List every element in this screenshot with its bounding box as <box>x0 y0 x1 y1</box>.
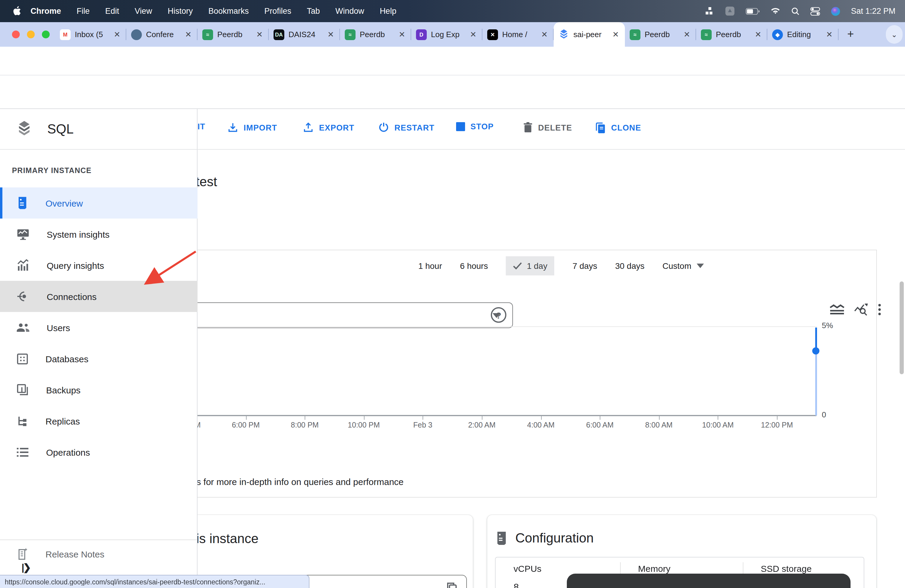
tab-close-icon[interactable]: ✕ <box>255 30 264 39</box>
menubar-item-file[interactable]: File <box>76 6 90 16</box>
range-option[interactable]: 6 hours <box>460 261 488 271</box>
configuration-title: Configuration <box>515 531 594 546</box>
menubar-item-history[interactable]: History <box>168 6 193 16</box>
stat-label: Memory <box>638 563 670 574</box>
control-center-icon[interactable] <box>810 7 820 15</box>
range-option[interactable]: 1 hour <box>418 261 442 271</box>
browser-tab[interactable]: ≈Peerdb✕ <box>696 22 767 47</box>
browser-tab[interactable]: MInbox (5✕ <box>55 22 126 47</box>
x-tick-label: Feb 3 <box>413 421 432 429</box>
tab-close-icon[interactable]: ✕ <box>825 30 834 39</box>
copy-icon[interactable] <box>446 582 458 588</box>
metric-help-icon[interactable]: ? <box>491 307 506 323</box>
sidebar-item-system-insights[interactable]: System insights <box>0 219 197 250</box>
browser-tab[interactable]: DADAIS24✕ <box>269 22 340 47</box>
menubar-item-window[interactable]: Window <box>335 6 364 16</box>
chart-kebab-icon[interactable] <box>878 304 881 316</box>
browser-tab[interactable]: ◆Editing✕ <box>767 22 838 47</box>
tab-label: Inbox (5 <box>75 30 110 39</box>
tab-close-icon[interactable]: ✕ <box>540 30 549 39</box>
sidebar-item-replicas[interactable]: Replicas <box>0 405 197 437</box>
tiles-icon[interactable] <box>705 6 714 16</box>
x-tick-mark <box>364 416 365 420</box>
export-button[interactable]: EXPORT <box>303 122 354 133</box>
menubar-item-help[interactable]: Help <box>380 6 397 16</box>
stop-button[interactable]: STOP <box>456 122 494 131</box>
page-scrollbar[interactable] <box>900 281 904 374</box>
import-button[interactable]: IMPORT <box>227 122 277 133</box>
menubar-item-tab[interactable]: Tab <box>307 6 320 16</box>
sidebar-item-users[interactable]: Users <box>0 312 197 343</box>
tab-close-icon[interactable]: ✕ <box>113 30 122 39</box>
battery-icon[interactable] <box>746 8 759 15</box>
tab-close-icon[interactable]: ✕ <box>754 30 762 39</box>
area-chart-toggle-icon[interactable] <box>830 304 845 315</box>
tab-label: Peerdb <box>360 30 395 39</box>
clone-button[interactable]: CLONE <box>595 122 641 133</box>
tab-close-icon[interactable]: ✕ <box>184 30 193 39</box>
gmail-favicon-icon: M <box>60 29 71 40</box>
range-custom-button[interactable]: Custom <box>663 261 704 271</box>
sidebar-item-label: Operations <box>46 447 90 457</box>
menubar-item-edit[interactable]: Edit <box>105 6 119 16</box>
sidebar-item-overview[interactable]: Overview <box>0 188 197 219</box>
app-icon[interactable] <box>724 6 735 16</box>
x-tick-label: 6:00 PM <box>232 421 260 429</box>
browser-tab[interactable]: DLog Exp✕ <box>411 22 483 47</box>
range-label: 1 day <box>527 261 547 271</box>
x-tick-mark <box>305 416 305 420</box>
menubar-item-bookmarks[interactable]: Bookmarks <box>208 6 249 16</box>
menubar-item-view[interactable]: View <box>135 6 152 16</box>
restart-button-label: RESTART <box>394 123 435 132</box>
range-option[interactable]: 7 days <box>573 261 597 271</box>
metric-select[interactable] <box>177 302 513 328</box>
collapse-sidebar-icon[interactable]: |❯ <box>22 562 30 573</box>
sidebar-section-label: PRIMARY INSTANCE <box>12 167 92 175</box>
x-tick-label: 2:00 AM <box>468 421 495 429</box>
tab-close-icon[interactable]: ✕ <box>397 30 406 39</box>
release-notes-icon <box>17 547 28 561</box>
browser-tab[interactable]: ≈Peerdb✕ <box>197 22 269 47</box>
tab-close-icon[interactable]: ✕ <box>611 30 620 39</box>
peerdb-favicon-icon: ≈ <box>202 29 213 40</box>
metrics-explorer-icon[interactable] <box>854 304 868 316</box>
minimize-window-button[interactable] <box>27 30 35 38</box>
apple-icon[interactable] <box>12 6 21 16</box>
databases-icon <box>17 353 28 364</box>
chart-data-point[interactable] <box>812 347 819 354</box>
y-axis-min-label: 0 <box>822 410 826 419</box>
sidebar-item-backups[interactable]: Backups <box>0 374 197 405</box>
browser-tab[interactable]: ≈Peerdb✕ <box>625 22 696 47</box>
peerdb-favicon-icon: ≈ <box>701 29 712 40</box>
menubar-clock: Sat 1:22 PM <box>851 6 895 16</box>
tab-close-icon[interactable]: ✕ <box>682 30 691 39</box>
tab-close-icon[interactable]: ✕ <box>326 30 335 39</box>
sidebar-item-databases[interactable]: Databases <box>0 343 197 374</box>
browser-tab[interactable]: ✕Home /✕ <box>483 22 554 47</box>
range-selected-chip[interactable]: 1 day <box>506 256 554 275</box>
browser-tab[interactable]: Confere✕ <box>126 22 197 47</box>
x-tick-label: 10:00 AM <box>702 421 734 429</box>
close-window-button[interactable] <box>12 30 20 38</box>
spotlight-icon[interactable] <box>791 7 799 15</box>
browser-tab[interactable]: ≈Peerdb✕ <box>340 22 411 47</box>
sidebar-item-query-insights[interactable]: Query insights <box>0 250 197 281</box>
range-option[interactable]: 30 days <box>615 261 644 271</box>
delete-button[interactable]: DELETE <box>523 122 572 133</box>
tab-close-icon[interactable]: ✕ <box>468 30 478 39</box>
siri-icon[interactable] <box>830 6 840 16</box>
menubar-item-profiles[interactable]: Profiles <box>264 6 291 16</box>
tab-search-chevron[interactable]: ⌄ <box>886 25 903 44</box>
new-tab-button[interactable]: + <box>843 26 858 42</box>
sidebar-item-label: Backups <box>46 385 81 395</box>
browser-tab[interactable]: sai-peer✕ <box>554 22 625 47</box>
zoom-window-button[interactable] <box>42 30 50 38</box>
menubar-item-chrome[interactable]: Chrome <box>30 6 61 16</box>
macos-menubar: ChromeFileEditViewHistoryBookmarksProfil… <box>0 0 905 22</box>
sidebar-item-operations[interactable]: Operations <box>0 437 197 468</box>
chart-x-axis <box>197 415 816 416</box>
x-tick-label: 10:00 PM <box>348 421 380 429</box>
sidebar-item-connections[interactable]: Connections <box>0 281 197 312</box>
wifi-icon[interactable] <box>770 7 780 15</box>
restart-button[interactable]: RESTART <box>378 122 435 133</box>
